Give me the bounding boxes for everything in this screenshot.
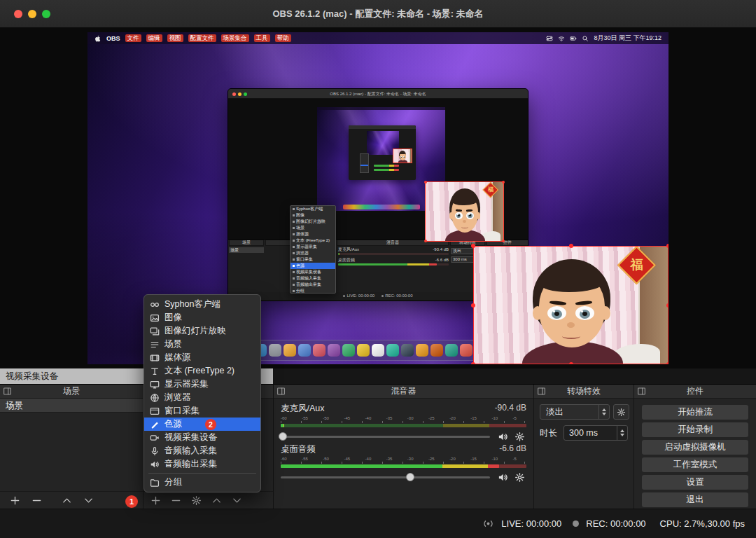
dock-app-icon [445,344,458,357]
add-source-icon[interactable] [150,495,161,506]
menu-item-text[interactable]: 文本 (FreeType 2) [144,364,260,378]
nested-webcam-overlay: 福 [425,181,504,242]
menu-item-browser[interactable]: 浏览器 [144,391,260,404]
scenes-panel: 场景 场景 [0,385,143,509]
captured-menu-item: 编辑 [146,34,162,42]
resize-handle[interactable] [569,244,573,248]
move-scene-up-icon[interactable] [62,495,72,506]
menu-item-mic[interactable]: 音频输入采集 [144,444,260,457]
channel-settings-icon[interactable] [514,472,525,483]
dock-icon [637,387,646,396]
cpu-fps-stats: CPU: 2.7%,30.00 fps [660,518,745,529]
menubar-clock: 8月30日 周三 下午19:12 [594,34,662,43]
door [409,149,412,163]
channel-settings-icon[interactable] [514,432,525,442]
menu-item-display[interactable]: 显示器采集 [144,378,260,391]
move-scene-down-icon[interactable] [83,495,94,506]
mixer-channel: 桌面音频-6.6 dB-60-55-50-45-40-35-30-25-20-1… [281,443,526,483]
meter-scale: -60-55-50-45-40-35-30-25-20-15-10-5 [281,457,517,461]
resize-handle[interactable] [471,244,475,248]
volume-meter [281,464,526,468]
nested-menu-item: 图像幻灯片放映 [290,219,335,225]
captured-menu-item: 文件 [125,34,141,42]
captured-mac-dock [248,340,507,361]
remove-scene-icon[interactable] [31,495,42,506]
source-properties-icon[interactable] [191,495,202,506]
obs-app: OBS 26.1.2 (mac) - 配置文件: 未命名 - 场景: 未命名 O… [0,0,756,538]
speaker-icon[interactable] [498,472,508,483]
slider-handle[interactable] [406,473,414,481]
transitions-panel: 转场特效 淡出 时长 300 ms [534,385,634,509]
captured-menu-item: OBS [106,35,120,42]
resize-handle[interactable] [471,303,475,308]
resize-handle[interactable] [666,303,668,308]
menu-item-label: 窗口采集 [164,405,200,417]
menu-item-slideshow[interactable]: 图像幻灯片放映 [144,324,260,338]
avatar-eye [547,306,566,320]
start-streaming-button[interactable]: 开始推流 [642,405,748,420]
duration-label: 时长 [540,425,557,441]
live-time: LIVE: 00:00:00 [501,518,561,529]
wifi-icon [558,35,565,42]
scenes-panel-header: 场景 [0,385,143,399]
transition-select[interactable]: 淡出 [540,404,610,420]
resize-handle[interactable] [569,362,573,364]
nested-titlebar: OBS 26.1.2 (mac) - 配置文件: 未命名 - 场景: 未命名 [228,89,528,99]
dock-app-icon [401,344,414,357]
scene-list-item[interactable]: 场景 [0,399,143,413]
start-recording-button[interactable]: 开始录制 [642,422,748,437]
browser-icon [150,393,160,403]
transition-settings-button[interactable] [613,404,629,420]
menu-item-scene[interactable]: 场景 [144,338,260,351]
dock-icon [276,387,286,396]
volume-slider-row [281,471,526,483]
slider-handle[interactable] [279,432,287,441]
duration-stepper[interactable] [617,426,627,440]
webcam-overlay-source[interactable]: 福 [473,246,668,364]
menu-item-camera[interactable]: 视频采集设备 [144,431,260,444]
menu-item-syphon[interactable]: Syphon客户端 [144,298,260,311]
add-scene-icon[interactable] [10,495,20,506]
move-source-up-icon[interactable] [211,495,222,506]
nested-add-source-menu: Syphon客户端图像图像幻灯片放映场景媒体源文本 (FreeType 2)显示… [290,205,336,294]
volume-slider[interactable] [281,436,490,438]
menu-item-label: 图像 [164,312,182,324]
mixer-panel-header: 混音器 [274,385,533,399]
menu-item-color[interactable]: 色源2 [144,418,260,431]
start-virtual-camera-button[interactable]: 启动虚拟摄像机 [642,440,748,455]
scene-icon [150,340,160,350]
resize-handle[interactable] [666,244,668,248]
dock-app-icon [357,344,370,357]
resize-handle[interactable] [666,362,668,364]
captured-menu-item: 工具 [254,34,270,42]
nested-mixer-channel: 麦克风/Aux-90.4 dB [338,247,449,255]
rec-time: REC: 00:00:00 [586,518,645,529]
volume-slider[interactable] [281,476,490,478]
captured-menu-item: 视图 [167,34,183,42]
move-source-down-icon[interactable] [232,495,242,506]
exit-button[interactable]: 退出 [642,492,748,507]
settings-button[interactable]: 设置 [642,475,748,490]
add-source-menu: Syphon客户端图像图像幻灯片放映场景媒体源文本 (FreeType 2)显示… [144,294,261,492]
transition-select-stepper[interactable] [598,405,609,419]
studio-mode-button[interactable]: 工作室模式 [642,457,748,472]
menu-item-folder[interactable]: 分组 [144,476,260,489]
menu-item-media[interactable]: 媒体源 [144,351,260,364]
menu-item-image[interactable]: 图像 [144,311,260,324]
color-icon [150,420,160,429]
menu-item-label: 场景 [164,338,182,350]
speaker-icon[interactable] [498,432,508,442]
resize-handle[interactable] [471,362,475,364]
slideshow-icon [150,326,160,336]
meter-ticks [281,421,526,423]
remove-source-icon[interactable] [171,495,181,506]
menu-item-window[interactable]: 窗口采集 [144,404,260,418]
live-broadcast-icon [482,518,494,530]
duration-input[interactable]: 300 ms [564,425,628,441]
avatar-eye [455,212,463,219]
dock-app-icon [269,344,281,357]
nested-menu-item: 视频采集设备 [290,269,335,275]
captured-menu-item: 场景集合 [221,34,249,42]
nested-mac-dock [343,205,420,209]
menu-item-speaker[interactable]: 音频输出采集 [144,457,260,471]
